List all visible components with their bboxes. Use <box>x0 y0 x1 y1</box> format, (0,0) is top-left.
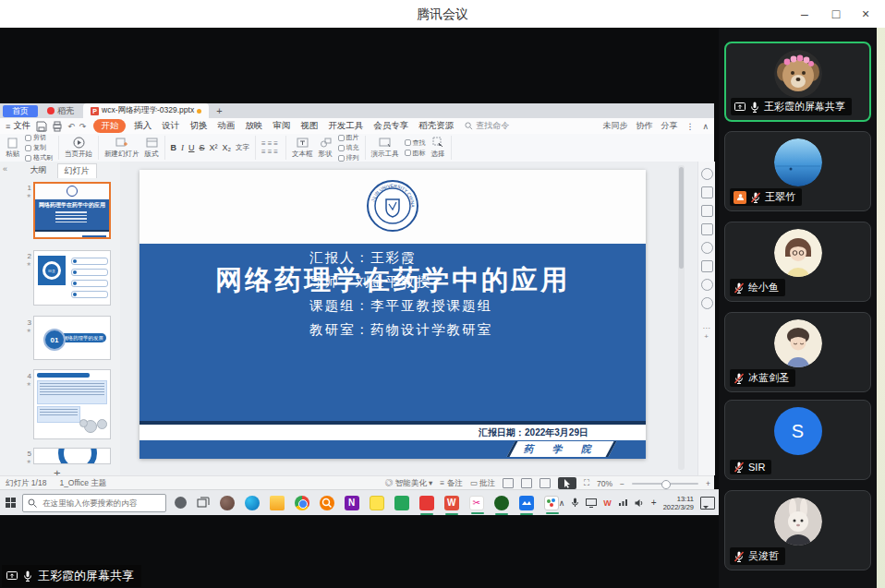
magnifier-app-icon[interactable] <box>320 496 334 510</box>
ribbon-tab-start[interactable]: 开始 <box>93 119 126 133</box>
notes-button[interactable]: ≡ 备注 <box>440 478 462 489</box>
edge-icon[interactable] <box>245 496 260 510</box>
sticky-notes-icon[interactable] <box>370 496 384 510</box>
beautify-button[interactable]: ◎ 智能美化 ▾ <box>385 478 433 489</box>
play-from-current-button[interactable]: 当页开始 <box>65 137 92 159</box>
underline-button[interactable]: U <box>188 143 195 152</box>
ribbon-tab-developer[interactable]: 开发工具 <box>328 120 363 132</box>
print-icon[interactable] <box>52 121 63 132</box>
zoom-out-button[interactable]: − <box>620 479 624 488</box>
cloud-sync-status[interactable]: 未同步 <box>602 120 627 132</box>
italic-button[interactable]: I <box>181 143 184 152</box>
normal-view-icon[interactable] <box>503 478 514 488</box>
ribbon-tab-insert[interactable]: 插入 <box>134 120 152 132</box>
select-button[interactable]: 选择 <box>431 137 445 159</box>
bold-button[interactable]: B <box>171 143 177 152</box>
edit-tool-icon[interactable] <box>701 186 713 198</box>
ribbon-tab-review[interactable]: 审阅 <box>273 120 290 132</box>
help-icon[interactable] <box>701 242 713 254</box>
action-center-icon[interactable] <box>700 497 715 510</box>
layout-button[interactable]: 版式 <box>145 137 159 159</box>
slide-canvas[interactable]: JILIN UNIVERSITY CHINA 网络药理学在药学中的应用 汇报人：… <box>139 170 646 459</box>
task-view-icon[interactable] <box>197 497 210 510</box>
tray-volume-icon[interactable] <box>635 498 645 508</box>
green-app-icon[interactable] <box>394 496 409 510</box>
slide-thumbnail-5[interactable] <box>33 448 111 464</box>
tray-wps-icon[interactable]: W <box>603 498 612 508</box>
file-explorer-icon[interactable] <box>270 496 285 510</box>
workspace-scrollbar[interactable] <box>678 165 685 470</box>
slide-thumbnail-4[interactable] <box>33 369 111 439</box>
taskbar-search-input[interactable] <box>41 498 164 509</box>
wps-home-tab[interactable]: 首页 <box>3 105 38 117</box>
fill-button[interactable]: 填充 <box>338 143 359 152</box>
ribbon-tab-docer-res[interactable]: 稻壳资源 <box>418 120 454 132</box>
zoom-slider[interactable] <box>632 483 698 485</box>
wps-document-tab[interactable]: P wcx-网络药理学-0329.pptx <box>83 103 209 118</box>
participant-tile-sharer[interactable]: 王彩霞的屏幕共享 <box>724 42 871 122</box>
wps-docer-tab[interactable]: 稻壳 <box>38 103 83 118</box>
dark-green-app-icon[interactable] <box>494 496 509 510</box>
wps-app-icon[interactable]: W <box>444 496 459 510</box>
picture-button[interactable]: 图片 <box>338 133 359 142</box>
participant-tile[interactable]: S SIR <box>724 400 871 480</box>
hidden-icons-caret[interactable]: ∧ <box>559 498 565 508</box>
taskbar-clock[interactable]: 13:11 2022/3/29 <box>663 495 694 511</box>
molecule-app-icon[interactable] <box>544 496 559 510</box>
notes-tool-icon[interactable] <box>701 223 713 235</box>
shield-protect-icon[interactable] <box>701 297 713 309</box>
slide-thumbnail-2[interactable]: 目录 <box>33 250 111 306</box>
paw-app-icon[interactable] <box>220 496 235 510</box>
slide-sorter-view-icon[interactable] <box>521 478 532 488</box>
share-button[interactable]: 分享 <box>661 120 677 132</box>
fit-window-icon[interactable]: ⛶ <box>584 478 589 488</box>
find-button[interactable]: 查找 <box>405 138 426 148</box>
copy-button[interactable]: 复制 <box>25 143 53 152</box>
cut-button[interactable]: 剪切 <box>25 133 53 142</box>
file-menu[interactable]: ≡ 文件 <box>0 120 36 132</box>
onenote-icon[interactable]: N <box>345 496 359 510</box>
wps-new-tab-button[interactable]: + <box>216 105 222 116</box>
ribbon-tab-member[interactable]: 会员专享 <box>373 120 408 132</box>
align-buttons[interactable]: ≡≡≡≡≡≡ <box>261 140 280 156</box>
zoom-slider-knob[interactable] <box>661 480 671 489</box>
slides-tab[interactable]: 幻灯片 <box>57 163 97 178</box>
subscript-button[interactable]: X₂ <box>223 143 232 152</box>
ribbon-tab-animation[interactable]: 动画 <box>217 120 235 132</box>
settings-icon[interactable] <box>701 279 713 291</box>
present-tools-button[interactable]: 演示工具 <box>371 137 399 159</box>
reading-view-icon[interactable] <box>539 478 551 488</box>
zoom-in-button[interactable]: + <box>706 479 710 488</box>
participant-tile[interactable]: 王翠竹 <box>724 131 871 211</box>
participant-tile[interactable]: 吴浚哲 <box>724 490 871 570</box>
new-slide-button[interactable]: 新建幻灯片 <box>104 137 139 159</box>
shapes-button[interactable]: 形状 <box>319 137 333 159</box>
taskbar-search[interactable] <box>22 494 166 512</box>
slide-thumbnail-3[interactable]: 网络药理学的发展 01 <box>33 316 111 360</box>
icons-lib-button[interactable]: 图标 <box>405 149 426 158</box>
maximize-button[interactable]: □ <box>822 0 850 28</box>
sync-record-icon[interactable] <box>701 168 713 180</box>
more-menu-icon[interactable]: ⋮ <box>685 122 694 131</box>
textbox-button[interactable]: 文本框 <box>292 137 313 159</box>
capture-app-icon[interactable]: ✂ <box>469 496 484 510</box>
tray-microphone-icon[interactable] <box>571 498 579 508</box>
tray-display-icon[interactable] <box>586 498 597 508</box>
more-tools-icon[interactable]: ⋯+ <box>698 324 715 341</box>
ribbon-tab-view[interactable]: 视图 <box>300 120 318 132</box>
command-search[interactable]: 查找命令 <box>465 120 509 132</box>
slide-thumbnail-1[interactable]: 网络药理学在药学中的应用 <box>33 182 111 239</box>
meeting-app-icon[interactable] <box>519 496 534 510</box>
strike-button[interactable]: S <box>200 143 205 152</box>
superscript-button[interactable]: X² <box>210 143 218 152</box>
save-icon[interactable] <box>36 121 47 132</box>
ribbon-tab-slideshow[interactable]: 放映 <box>245 120 262 132</box>
chrome-icon[interactable] <box>295 496 309 510</box>
outline-tab[interactable]: 大纲 <box>24 163 54 178</box>
text-tools-button[interactable]: 文字 <box>236 143 249 152</box>
cortana-icon[interactable] <box>175 497 187 509</box>
collapse-ribbon-icon[interactable]: ∧ <box>702 122 709 131</box>
redo-icon[interactable]: ↷ <box>79 122 87 131</box>
participant-tile[interactable]: 绘小鱼 <box>724 222 871 302</box>
undo-icon[interactable]: ↶ <box>67 122 75 131</box>
